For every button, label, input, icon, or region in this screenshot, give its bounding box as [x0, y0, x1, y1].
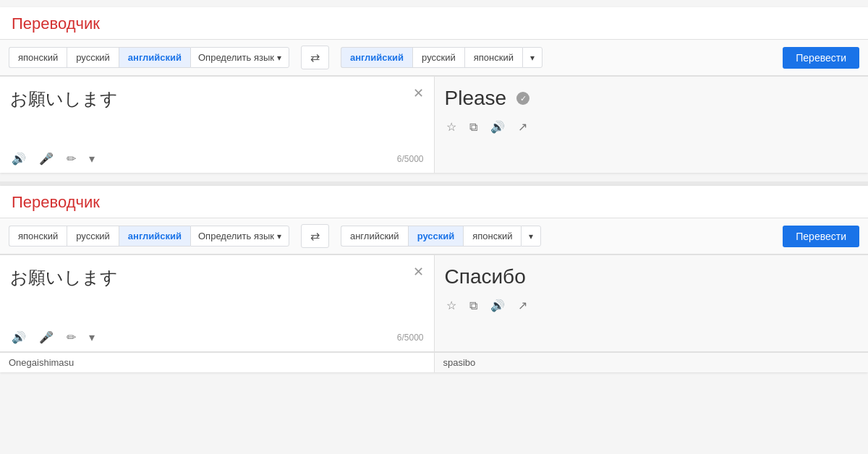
- target-text-area-2: Спасибо ☆ ⧉ 🔊 ↗: [435, 255, 869, 351]
- output-icon-group-1: ☆ ⧉ 🔊 ↗: [445, 110, 859, 135]
- target-text-2: Спасибо: [445, 265, 859, 288]
- source-lang-russian-1[interactable]: русский: [67, 47, 119, 68]
- source-lang-english-2[interactable]: английский: [119, 226, 190, 247]
- source-lang-japanese-1[interactable]: японский: [9, 47, 67, 68]
- char-count-2: 6/5000: [397, 333, 424, 343]
- page-title-2: Переводчик: [0, 186, 868, 218]
- translate-button-2[interactable]: Перевести: [783, 226, 859, 247]
- target-lang-japanese-1[interactable]: японский: [464, 47, 522, 68]
- chevron-down-icon-1: [277, 52, 281, 63]
- source-lang-english-1[interactable]: английский: [119, 47, 190, 68]
- star-button-1[interactable]: ☆: [445, 119, 458, 135]
- copy-button-2[interactable]: ⧉: [468, 298, 479, 314]
- microphone-button-1[interactable]: 🎤: [38, 150, 55, 167]
- star-button-2[interactable]: ☆: [445, 297, 458, 314]
- clear-text-button-2[interactable]: ✕: [413, 264, 424, 280]
- target-lang-english-1[interactable]: английский: [341, 47, 412, 68]
- chevron-down-icon-edit-2: ▾: [89, 331, 95, 343]
- microphone-button-2[interactable]: 🎤: [38, 329, 55, 346]
- target-lang-buttons-1: английский русский японский: [341, 47, 783, 68]
- swap-languages-button-2[interactable]: ⇄: [301, 224, 329, 248]
- input-icon-group-1: 🔊 🎤 ✏ ▾: [10, 150, 96, 167]
- source-lang-japanese-2[interactable]: японский: [9, 226, 67, 247]
- edit-button-2[interactable]: ✏: [65, 329, 77, 346]
- listen-target-button-1[interactable]: 🔊: [489, 119, 506, 135]
- swap-languages-button-1[interactable]: ⇄: [301, 46, 329, 69]
- input-footer-1: 🔊 🎤 ✏ ▾ 6/5000: [10, 145, 424, 167]
- listen-target-button-2[interactable]: 🔊: [489, 297, 506, 314]
- source-lang-detect-2[interactable]: Определить язык: [190, 226, 289, 247]
- toolbar-1: японский русский английский Определить я…: [0, 39, 868, 76]
- source-text-2: お願いします: [10, 265, 424, 323]
- romanization-row: Onegaishimasu spasibo: [0, 351, 868, 372]
- romanization-target: spasibo: [435, 352, 869, 372]
- chevron-down-icon-target-1: [530, 52, 535, 63]
- translation-area-1: お願いします ✕ 🔊 🎤 ✏ ▾ 6/5000 Please ✓: [0, 76, 868, 173]
- more-options-button-1[interactable]: ▾: [88, 150, 96, 167]
- listen-source-button-1[interactable]: 🔊: [10, 150, 27, 167]
- source-text-area-2[interactable]: お願いします ✕ 🔊 🎤 ✏ ▾ 6/5000: [0, 255, 435, 351]
- source-lang-russian-2[interactable]: русский: [67, 226, 119, 247]
- source-text-area-1[interactable]: お願いします ✕ 🔊 🎤 ✏ ▾ 6/5000: [0, 77, 435, 173]
- input-footer-2: 🔊 🎤 ✏ ▾ 6/5000: [10, 323, 424, 346]
- target-lang-dropdown-1[interactable]: [522, 47, 542, 68]
- source-lang-buttons-1: японский русский английский Определить я…: [9, 47, 289, 68]
- source-lang-buttons-2: японский русский английский Определить я…: [9, 226, 289, 247]
- toolbar-2: японский русский английский Определить я…: [0, 218, 868, 254]
- target-text-1: Please ✓: [445, 87, 859, 110]
- romanization-source: Onegaishimasu: [0, 352, 435, 372]
- page-title-1: Переводчик: [0, 7, 868, 39]
- target-lang-english-2[interactable]: английский: [341, 226, 408, 247]
- target-lang-russian-1[interactable]: русский: [412, 47, 464, 68]
- target-lang-dropdown-2[interactable]: [521, 226, 541, 247]
- verified-icon-1: ✓: [516, 92, 529, 105]
- listen-source-button-2[interactable]: 🔊: [10, 329, 27, 346]
- chevron-down-icon-2: [277, 231, 281, 241]
- output-icon-group-2: ☆ ⧉ 🔊 ↗: [445, 288, 859, 314]
- clear-text-button-1[interactable]: ✕: [413, 85, 424, 101]
- translate-button-1[interactable]: Перевести: [783, 47, 859, 69]
- share-button-1[interactable]: ↗: [516, 119, 529, 135]
- source-text-1: お願いします: [10, 87, 424, 145]
- share-button-2[interactable]: ↗: [516, 297, 529, 314]
- edit-button-1[interactable]: ✏: [65, 150, 77, 167]
- chevron-down-icon-edit-1: ▾: [89, 153, 95, 165]
- char-count-1: 6/5000: [397, 154, 424, 164]
- translation-area-2: お願いします ✕ 🔊 🎤 ✏ ▾ 6/5000 Спасибо: [0, 254, 868, 351]
- copy-button-1[interactable]: ⧉: [468, 119, 479, 135]
- input-icon-group-2: 🔊 🎤 ✏ ▾: [10, 329, 96, 346]
- target-lang-japanese-2[interactable]: японский: [463, 226, 521, 247]
- target-lang-buttons-2: английский русский японский: [341, 226, 783, 247]
- chevron-down-icon-target-2: [529, 231, 533, 241]
- target-lang-russian-2[interactable]: русский: [408, 226, 464, 247]
- source-lang-detect-1[interactable]: Определить язык: [190, 47, 289, 68]
- more-options-button-2[interactable]: ▾: [88, 329, 96, 346]
- target-text-area-1: Please ✓ ☆ ⧉ 🔊 ↗: [435, 77, 869, 173]
